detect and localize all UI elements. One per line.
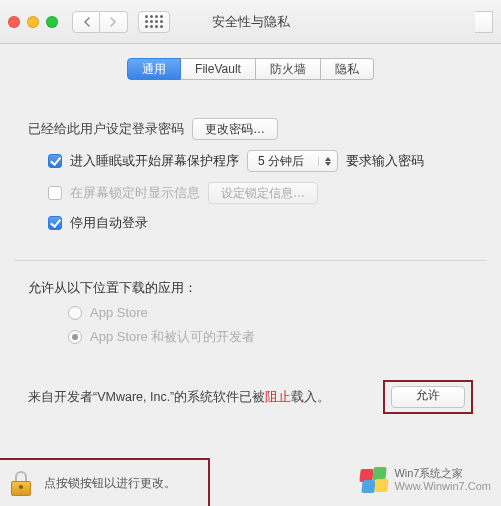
delay-value: 5 分钟后 (258, 153, 304, 170)
lock-message-label: 在屏幕锁定时显示信息 (70, 184, 200, 202)
tab-firewall[interactable]: 防火墙 (256, 58, 321, 80)
set-lock-message-button: 设定锁定信息… (208, 182, 318, 204)
chevron-updown-icon (318, 157, 331, 166)
minimize-window-button[interactable] (27, 16, 39, 28)
grid-icon (145, 15, 163, 28)
window-title: 安全性与隐私 (212, 13, 290, 31)
traffic-lights[interactable] (8, 16, 58, 28)
blocked-software-text: 来自开发者“VMware, Inc.”的系统软件已被阻止载入。 (28, 389, 330, 406)
windows-flag-icon (360, 467, 388, 493)
lock-message-checkbox[interactable] (48, 186, 62, 200)
require-password-delay-select[interactable]: 5 分钟后 (247, 150, 338, 172)
back-button[interactable] (72, 11, 100, 33)
tab-general[interactable]: 通用 (127, 58, 181, 80)
allow-apps-heading: 允许从以下位置下载的应用： (28, 279, 473, 297)
zoom-window-button[interactable] (46, 16, 58, 28)
lock-icon (10, 470, 32, 496)
change-password-button[interactable]: 更改密码… (192, 118, 278, 140)
pref-tabs: 通用 FileVault 防火墙 隐私 (0, 58, 501, 80)
show-all-prefs-button[interactable] (138, 11, 170, 33)
allow-button[interactable]: 允许 (391, 386, 465, 408)
search-field[interactable] (475, 11, 493, 33)
disable-autologin-label: 停用自动登录 (70, 214, 148, 232)
require-password-checkbox[interactable] (48, 154, 62, 168)
disable-autologin-checkbox[interactable] (48, 216, 62, 230)
radio-app-store (68, 306, 82, 320)
nav-buttons (72, 11, 128, 33)
watermark-line1: Win7系统之家 (394, 467, 491, 481)
window-toolbar: 安全性与隐私 (0, 0, 501, 44)
tab-filevault[interactable]: FileVault (181, 58, 256, 80)
watermark: Win7系统之家 Www.Winwin7.Com (360, 467, 491, 495)
forward-button[interactable] (100, 11, 128, 33)
lock-hint-text: 点按锁按钮以进行更改。 (44, 475, 176, 492)
password-status-text: 已经给此用户设定登录密码 (28, 120, 184, 138)
tab-privacy[interactable]: 隐私 (321, 58, 374, 80)
radio-identified-developers (68, 330, 82, 344)
radio-identified-developers-label: App Store 和被认可的开发者 (90, 328, 255, 346)
require-password-suffix: 要求输入密码 (346, 152, 424, 170)
watermark-line2: Www.Winwin7.Com (394, 480, 491, 494)
require-password-prefix: 进入睡眠或开始屏幕保护程序 (70, 152, 239, 170)
allow-button-highlight: 允许 (383, 380, 473, 414)
lock-to-change-bar[interactable]: 点按锁按钮以进行更改。 (0, 458, 210, 506)
radio-app-store-label: App Store (90, 305, 148, 320)
close-window-button[interactable] (8, 16, 20, 28)
